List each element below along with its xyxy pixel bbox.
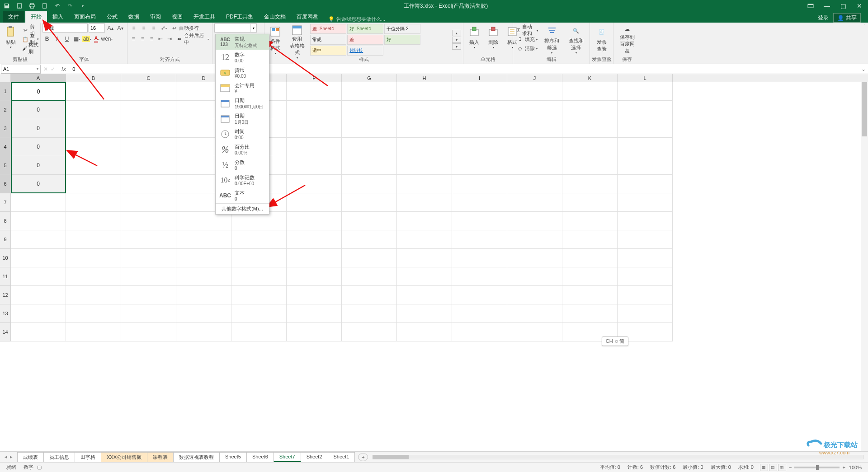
- cell-H8[interactable]: [397, 212, 452, 230]
- cell-L3[interactable]: [618, 119, 673, 138]
- cell-D10[interactable]: [176, 249, 231, 267]
- qat-dropdown-icon[interactable]: ▾: [78, 1, 88, 11]
- increase-indent-icon[interactable]: ⇥: [165, 34, 174, 43]
- col-header-G[interactable]: G: [342, 74, 397, 82]
- cell-J2[interactable]: [507, 101, 562, 119]
- print-preview-icon[interactable]: [27, 1, 37, 11]
- cell-A12[interactable]: [11, 286, 66, 304]
- cell-E8[interactable]: [231, 212, 287, 230]
- cell-F6[interactable]: [287, 175, 342, 193]
- format-long-date[interactable]: 日期1900年1月0日: [216, 96, 269, 111]
- row-header-13[interactable]: 13: [0, 304, 11, 323]
- cell-style-gallery[interactable]: 差_Sheet4 好_Sheet4 千位分隔 2 常规 差 好 适中 超链接: [310, 23, 450, 56]
- page-break-view-icon[interactable]: ▥: [778, 464, 786, 471]
- format-painter-button[interactable]: 🖌格式刷: [21, 44, 40, 52]
- col-header-B[interactable]: B: [66, 74, 121, 82]
- tell-me-search[interactable]: 💡 告诉我您想要做什么...: [328, 16, 385, 23]
- close-icon[interactable]: ✕: [853, 1, 866, 11]
- cell-C5[interactable]: [121, 156, 176, 175]
- cell-F9[interactable]: [287, 230, 342, 249]
- cell-A6[interactable]: 0: [11, 175, 66, 193]
- cell-L13[interactable]: [618, 304, 673, 323]
- cell-G5[interactable]: [342, 156, 397, 175]
- undo-icon[interactable]: ↶: [52, 1, 62, 11]
- style-hyperlink[interactable]: 超链接: [347, 46, 383, 56]
- cell-A10[interactable]: [11, 249, 66, 267]
- sheet-tab-员工信息[interactable]: 员工信息: [43, 452, 75, 462]
- cell-L7[interactable]: [618, 193, 673, 212]
- cell-D13[interactable]: [176, 304, 231, 323]
- font-size-combo[interactable]: [89, 23, 105, 33]
- cell-H14[interactable]: [397, 323, 452, 341]
- cell-G14[interactable]: [342, 323, 397, 341]
- page-layout-view-icon[interactable]: ▤: [769, 464, 777, 471]
- enter-formula-icon[interactable]: ✓: [51, 66, 55, 72]
- tab-pdf-tools[interactable]: PDF工具集: [221, 11, 259, 23]
- tab-formulas[interactable]: 公式: [101, 11, 123, 23]
- cell-C1[interactable]: [121, 82, 176, 101]
- cell-C14[interactable]: [121, 323, 176, 341]
- format-time[interactable]: 时间0:00: [216, 126, 269, 142]
- cell-E9[interactable]: [231, 230, 287, 249]
- bold-button[interactable]: B: [42, 34, 52, 43]
- hscroll-thumb[interactable]: [373, 455, 409, 459]
- cell-K3[interactable]: [562, 119, 618, 138]
- row-header-5[interactable]: 5: [0, 156, 11, 175]
- cell-L4[interactable]: [618, 138, 673, 156]
- sheet-tab-数据透视表教程[interactable]: 数据透视表教程: [173, 452, 220, 462]
- cell-G12[interactable]: [342, 286, 397, 304]
- row-header-2[interactable]: 2: [0, 101, 11, 119]
- cell-L2[interactable]: [618, 101, 673, 119]
- maximize-icon[interactable]: ▢: [836, 1, 850, 11]
- cell-B14[interactable]: [66, 323, 121, 341]
- sheet-tab-课程表[interactable]: 课程表: [147, 452, 174, 462]
- zoom-slider[interactable]: [794, 467, 840, 468]
- cell-A11[interactable]: [11, 267, 66, 286]
- cell-J5[interactable]: [507, 156, 562, 175]
- sort-filter-button[interactable]: 排序和筛选▾: [540, 23, 564, 55]
- col-header-I[interactable]: I: [452, 74, 507, 82]
- wrap-text-button[interactable]: ↩自动换行: [169, 24, 200, 32]
- sheet-tab-XXX公司销售额[interactable]: XXX公司销售额: [101, 452, 147, 462]
- vscroll-thumb[interactable]: [862, 82, 867, 136]
- align-center-icon[interactable]: ≡: [138, 34, 146, 43]
- minimize-icon[interactable]: —: [820, 1, 834, 11]
- tab-review[interactable]: 审阅: [145, 11, 166, 23]
- cell-K11[interactable]: [562, 267, 618, 286]
- style-thousands[interactable]: 千位分隔 2: [384, 24, 420, 34]
- align-top-icon[interactable]: ≡: [129, 23, 138, 33]
- cell-A1[interactable]: 0: [11, 82, 66, 101]
- share-button[interactable]: 👤共享: [833, 13, 861, 23]
- cell-H2[interactable]: [397, 101, 452, 119]
- cell-F12[interactable]: [287, 286, 342, 304]
- cell-G4[interactable]: [342, 138, 397, 156]
- row-header-10[interactable]: 10: [0, 249, 11, 267]
- cell-J14[interactable]: [507, 323, 562, 341]
- style-bad-sheet4[interactable]: 差_Sheet4: [310, 24, 346, 34]
- row-header-12[interactable]: 12: [0, 286, 11, 304]
- cell-B3[interactable]: [66, 119, 121, 138]
- cell-G3[interactable]: [342, 119, 397, 138]
- cell-L8[interactable]: [618, 212, 673, 230]
- cell-K9[interactable]: [562, 230, 618, 249]
- cell-H6[interactable]: [397, 175, 452, 193]
- cell-H1[interactable]: [397, 82, 452, 101]
- tab-page-layout[interactable]: 页面布局: [69, 11, 101, 23]
- cell-J3[interactable]: [507, 119, 562, 138]
- cell-B7[interactable]: [66, 193, 121, 212]
- cell-C9[interactable]: [121, 230, 176, 249]
- cell-F3[interactable]: [287, 119, 342, 138]
- sheet-tab-Sheet5[interactable]: Sheet5: [219, 452, 247, 462]
- cell-G1[interactable]: [342, 82, 397, 101]
- row-header-14[interactable]: 14: [0, 323, 11, 341]
- align-bottom-icon[interactable]: ≡: [149, 23, 158, 33]
- cell-I13[interactable]: [452, 304, 507, 323]
- row-header-3[interactable]: 3: [0, 119, 11, 138]
- zoom-level[interactable]: 100%: [849, 465, 862, 470]
- align-right-icon[interactable]: ≡: [147, 34, 156, 43]
- cell-H4[interactable]: [397, 138, 452, 156]
- cell-L10[interactable]: [618, 249, 673, 267]
- cell-C12[interactable]: [121, 286, 176, 304]
- sheet-nav-first-icon[interactable]: ◂: [5, 454, 7, 460]
- cell-K1[interactable]: [562, 82, 618, 101]
